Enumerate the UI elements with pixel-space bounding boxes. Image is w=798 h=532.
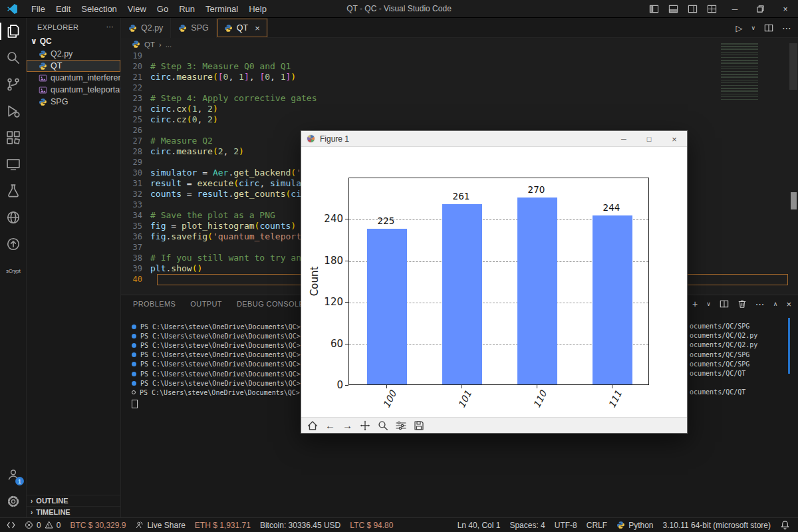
explorer-more-actions[interactable]: ⋯ [106,23,114,31]
run-dropdown-icon[interactable]: ∨ [751,25,755,31]
menu-file[interactable]: File [26,2,51,16]
tab-spg[interactable]: SPG [171,18,216,38]
file-spg[interactable]: SPG [27,96,120,108]
panel-more-actions[interactable]: ⋯ [755,299,765,309]
status-bitcoin-ticker[interactable]: Bitcoin: 30336.45 USD [260,521,340,530]
line-number: 33 [121,200,150,210]
customize-layout-icon[interactable] [707,4,717,14]
line-content: circ.cx(1, 2) [150,104,218,114]
activity-scrypt[interactable]: sCrypt [0,257,27,284]
menu-help[interactable]: Help [243,2,272,16]
toolbar-home-button[interactable] [307,420,318,431]
status-cursor-position[interactable]: Ln 40, Col 1 [458,521,501,530]
status-eth-ticker[interactable]: ETH $ 1,931.71 [195,521,251,530]
activity-live-share[interactable] [0,204,27,231]
status-indentation[interactable]: Spaces: 4 [509,521,545,530]
breadcrumb-item[interactable]: ... [166,41,172,49]
breadcrumb-python-icon [132,40,140,49]
minimap[interactable] [721,43,758,100]
file-quantum-interferenc-[interactable]: quantum_interferenc... [27,72,120,84]
split-editor-icon[interactable] [764,23,773,33]
window-title: QT - QC - Visual Studio Code [346,4,452,13]
status-language-mode[interactable]: Python [616,521,653,530]
editor-more-actions[interactable]: ⋯ [782,23,791,33]
explorer-sidebar: EXPLORER ⋯ ∨ QC Q2.pyQTquantum_interfere… [27,18,121,517]
status-eol[interactable]: CRLF [587,521,607,530]
activity-testing[interactable] [0,178,27,204]
menu-go[interactable]: Go [152,2,174,16]
activity-publish[interactable] [0,231,27,257]
terminal-scrollbar[interactable] [788,318,790,374]
new-terminal-button[interactable]: + [692,299,698,309]
line-number: 34 [121,210,150,221]
menu-edit[interactable]: Edit [51,2,76,16]
figure-titlebar[interactable]: Figure 1 ─□× [301,131,687,147]
menu-terminal[interactable]: Terminal [200,2,243,16]
code-line-23: 23# Step 4: Apply corrective gates [121,93,798,104]
x-tick-label: 100 [380,389,398,410]
activity-run-debug[interactable] [0,98,27,124]
terminal-line-tail: ocuments/QC/QT [690,370,745,377]
minimize-button[interactable]: ─ [722,0,747,18]
status-ltc-ticker[interactable]: LTC $ 94.80 [350,521,393,530]
toolbar-pan-button[interactable] [360,420,370,431]
menu-selection[interactable]: Selection [76,2,122,16]
status-live-share[interactable]: Live Share [135,521,185,530]
folder-root[interactable]: ∨ QC [27,35,120,48]
run-debug-icon [6,104,21,118]
line-number: 23 [121,93,150,104]
panel-tab-debug-console[interactable]: DEBUG CONSOLE [235,298,305,310]
status-btc-ticker[interactable]: BTC $ 30,329.9 [70,521,126,530]
figure-minimize-button[interactable]: ─ [611,131,636,147]
tab-close-icon[interactable]: × [255,23,260,33]
file-qt[interactable]: QT [27,60,120,72]
y-axis-label: Count [309,267,321,297]
tab-qt[interactable]: QT× [217,18,268,38]
activity-accounts[interactable]: 1 [0,462,27,488]
status-interpreter[interactable]: 3.10.11 64-bit (microsoft store) [662,521,771,530]
activity-remote-explorer[interactable] [0,151,27,178]
activity-search[interactable] [0,45,27,71]
restore-button[interactable] [747,0,773,18]
tab-q2-py[interactable]: Q2.py [121,18,171,38]
breadcrumb-item[interactable]: QT [144,41,155,49]
section-outline[interactable]: ›OUTLINE [27,495,120,506]
status-problems[interactable]: 00 [25,521,61,530]
status-notifications[interactable] [780,520,790,530]
file-quantum-teleportatio-[interactable]: quantum_teleportatio... [27,84,120,96]
status-encoding[interactable]: UTF-8 [555,521,577,530]
split-terminal-icon[interactable] [720,299,729,309]
run-python-file-button[interactable]: ▷ [735,23,742,33]
terminal-dropdown-icon[interactable]: ∨ [706,301,711,307]
menu-run[interactable]: Run [174,2,200,16]
toggle-panel-icon[interactable] [668,4,678,14]
maximize-panel-icon[interactable]: ∧ [773,301,778,307]
activity-source-control[interactable] [0,71,27,98]
minimap-slider[interactable] [791,192,797,209]
matplotlib-figure-window[interactable]: Figure 1 ─□× 060120180240225100261101270… [301,130,688,434]
editor-scrollbar[interactable] [789,43,797,90]
x-tick-label: 111 [606,389,623,410]
python-file-icon [224,24,233,33]
toolbar-zoom-button[interactable] [378,420,388,431]
activity-explorer[interactable] [0,18,27,45]
activity-extensions[interactable] [0,124,27,151]
status-remote-indicator[interactable] [7,521,15,529]
breadcrumb[interactable]: QT›... [121,38,798,51]
file-q2-py[interactable]: Q2.py [27,48,120,60]
kill-terminal-icon[interactable] [737,299,747,309]
menu-view[interactable]: View [122,2,152,16]
close-panel-icon[interactable]: × [786,299,791,309]
source-control-icon [6,77,21,92]
section-timeline[interactable]: ›TIMELINE [27,506,120,517]
figure-close-button[interactable]: × [662,131,687,147]
panel-tab-output[interactable]: OUTPUT [189,298,223,310]
toggle-secondary-sidebar-icon[interactable] [688,4,698,14]
toggle-primary-sidebar-icon[interactable] [649,4,659,14]
toolbar-subplots-button[interactable] [396,420,406,431]
panel-tab-problems[interactable]: PROBLEMS [132,298,177,310]
figure-maximize-button[interactable]: □ [636,131,662,147]
close-button[interactable]: × [773,0,798,18]
toolbar-save-button[interactable] [414,420,424,431]
activity-settings[interactable] [0,488,27,515]
